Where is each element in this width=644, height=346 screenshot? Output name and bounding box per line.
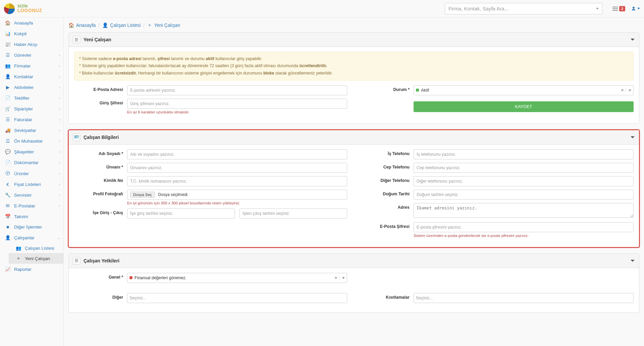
hiredate-label: İşe Giriş - Çıkış	[74, 208, 127, 215]
nav-kontaklar[interactable]: 👤Kontaklar‹	[0, 71, 63, 82]
address-label: Adres	[361, 203, 414, 210]
idno-input[interactable]	[127, 176, 347, 186]
nav-siparisler[interactable]: 🛒Siparişler‹	[0, 103, 63, 114]
nav-sikayetler[interactable]: 💬Şikayetler‹	[0, 146, 63, 157]
clear-icon[interactable]: ×	[619, 88, 626, 93]
drag-icon[interactable]: ☰	[73, 257, 80, 264]
nav-sevkiyatlar[interactable]: 🚚Sevkiyatlar‹	[0, 125, 63, 136]
user-icon	[631, 6, 636, 11]
general-select[interactable]: Finansal değerleri göremez. ×	[127, 273, 347, 283]
nav-calisan-listesi[interactable]: 👥Çalışan Listesi	[9, 243, 63, 253]
nav-yeni-calisan[interactable]: ＋Yeni Çalışan	[9, 253, 63, 264]
emailpass-input[interactable]	[414, 222, 634, 232]
status-value: Aktif	[421, 88, 429, 93]
nav-teklifler[interactable]: 📄Teklifler‹	[0, 93, 63, 103]
chevron-down-icon	[637, 8, 640, 9]
chevron-down-icon	[596, 8, 599, 9]
otherphone-label: Diğer Telefonu	[361, 176, 414, 183]
add-icon: ＋	[15, 255, 21, 261]
nav-kokpit[interactable]: 📊Kokpit	[0, 28, 63, 39]
birthdate-input[interactable]	[414, 190, 634, 200]
otherphone-input[interactable]	[414, 176, 634, 186]
status-dot-icon	[416, 89, 419, 92]
mobile-label: Cep Telefonu	[361, 163, 414, 169]
other-select[interactable]: Seçiniz...	[127, 293, 347, 303]
logo-icon	[4, 3, 15, 14]
sidebar: 🏠Anasayfa 📊Kokpit 📰Haber Akışı ☰Görevler…	[0, 17, 64, 346]
collapse-button[interactable]	[630, 258, 635, 263]
name-input[interactable]	[127, 149, 347, 159]
user-menu[interactable]	[631, 6, 640, 11]
file-choose-button[interactable]: Dosya Seç	[130, 192, 155, 198]
nav-servisler[interactable]: 🔧Servisler‹	[0, 190, 63, 200]
services-icon: 🔧	[5, 192, 11, 198]
quotes-icon: 📄	[5, 95, 11, 101]
nav-aktiviteler[interactable]: ▶Aktiviteler‹	[0, 82, 63, 93]
chevron-left-icon: ‹	[59, 96, 60, 100]
nav-gorevler[interactable]: ☰Görevler‹	[0, 50, 63, 60]
nav-anasayfa[interactable]: 🏠Anasayfa	[0, 17, 63, 28]
user-icon: 👤	[102, 22, 108, 28]
notifications-button[interactable]: 2	[612, 6, 625, 11]
breadcrumb: 🏠Anasayfa / 👤Çalışan Listesi / ＋Yeni Çal…	[68, 22, 639, 28]
logo-text-bottom: LOGONUZ	[17, 8, 42, 13]
panel-head: ☰ Çalışan Yetkileri	[69, 254, 639, 268]
nav-dokumanlar[interactable]: 📄Dokümanlar‹	[0, 157, 63, 168]
file-status: Dosya seçilmedi	[158, 192, 187, 197]
email-input[interactable]	[127, 85, 347, 95]
hire-in-input[interactable]	[127, 208, 235, 218]
address-input[interactable]	[414, 203, 634, 218]
chevron-down-icon: ⌄	[57, 236, 60, 240]
title-label: Ünvanı *	[74, 163, 127, 169]
plus-icon: ＋	[147, 22, 152, 28]
breadcrumb-new-employee[interactable]: ＋Yeni Çalışan	[147, 22, 180, 28]
nav-takvim[interactable]: 📅Takvim	[0, 211, 63, 222]
nav-epostalar[interactable]: ✉E-Postalar‹	[0, 200, 63, 211]
restrictions-label: Kısıtlamalar	[361, 293, 414, 300]
chevron-left-icon: ‹	[59, 107, 60, 111]
chevron-left-icon: ‹	[59, 150, 60, 154]
chevron-left-icon: ‹	[59, 75, 60, 79]
nav-raporlar[interactable]: 📈Raporlar	[0, 264, 63, 275]
companies-icon: 👥	[5, 63, 11, 68]
activities-icon: ▶	[5, 85, 11, 90]
nav-onmuhasebe[interactable]: ☰Ön Muhasebe‹	[0, 136, 63, 146]
nav-haber[interactable]: 📰Haber Akışı	[0, 39, 63, 50]
global-search[interactable]: Firma, Kontak, Sayfa Ara...	[445, 3, 602, 14]
chevron-left-icon: ‹	[59, 204, 60, 208]
logo[interactable]: SİZİN LOGONUZ	[4, 3, 64, 14]
mobile-input[interactable]	[414, 163, 634, 173]
status-select[interactable]: Aktif ×	[414, 85, 634, 95]
panel-new-employee: ☰ Yeni Çalışan * Sisteme sadece e-posta …	[68, 32, 639, 124]
workphone-input[interactable]	[414, 149, 634, 159]
collapse-button[interactable]	[630, 37, 635, 42]
save-button[interactable]: KAYDET	[414, 101, 634, 112]
chevron-left-icon: ‹	[59, 86, 60, 89]
chevron-left-icon: ‹	[59, 53, 60, 57]
contacts-icon: 👤	[5, 74, 11, 79]
collapse-button[interactable]	[630, 135, 635, 140]
password-input[interactable]	[127, 99, 347, 109]
nav-urunler[interactable]: ⓅÜrünler‹	[0, 168, 63, 179]
nav-fiyat[interactable]: €Fiyat Listeleri‹	[0, 179, 63, 190]
emails-icon: ✉	[5, 203, 11, 208]
breadcrumb-home[interactable]: 🏠Anasayfa	[68, 22, 96, 28]
nav-faturalar[interactable]: ☰Faturalar‹	[0, 114, 63, 125]
nav-diger[interactable]: ■Diğer İşlemler	[0, 222, 63, 232]
photo-input[interactable]: Dosya Seç Dosya seçilmedi	[127, 190, 347, 200]
password-help: En az 6 karakter uzunlukta olmalıdır.	[127, 110, 347, 114]
breadcrumb-employees[interactable]: 👤Çalışan Listesi	[102, 22, 141, 28]
nav-firmalar[interactable]: 👥Firmalar‹	[0, 60, 63, 71]
clear-icon[interactable]: ×	[333, 276, 339, 280]
nav-calisanlar[interactable]: 👤Çalışanlar⌄	[0, 232, 63, 243]
id-card-icon[interactable]: 🪪	[73, 134, 80, 141]
restrictions-select[interactable]: Seçiniz...	[414, 293, 634, 303]
panel-employee-info: 🪪 Çalışan Bilgileri Adı Soyadı * Ünvanı …	[68, 130, 639, 247]
title-input[interactable]	[127, 163, 347, 173]
list-icon	[612, 7, 618, 11]
hire-out-input[interactable]	[239, 208, 347, 218]
chevron-left-icon: ‹	[59, 183, 60, 186]
news-icon: 📰	[5, 42, 11, 47]
drag-icon[interactable]: ☰	[73, 36, 80, 43]
panel-head: 🪪 Çalışan Bilgileri	[69, 130, 639, 145]
